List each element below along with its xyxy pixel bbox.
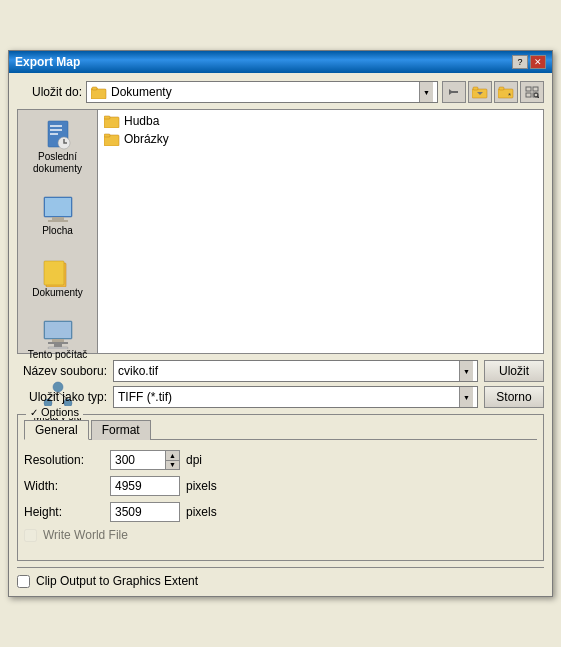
options-legend: ✓ Options: [26, 406, 83, 418]
width-row: Width: pixels: [24, 476, 537, 496]
save-to-value: Dokumenty: [111, 85, 415, 99]
clip-output-row: Clip Output to Graphics Extent: [17, 567, 544, 588]
write-world-file-label: Write World File: [43, 528, 128, 542]
svg-rect-30: [54, 344, 62, 347]
views-button[interactable]: [520, 81, 544, 103]
recent-icon: [42, 119, 74, 151]
dialog-body: Uložit do: Dokumenty ▼: [9, 73, 552, 596]
svg-rect-12: [526, 93, 531, 97]
resolution-arrows: ▲ ▼: [165, 451, 179, 469]
svg-rect-29: [48, 342, 68, 344]
resolution-down-arrow[interactable]: ▼: [166, 461, 179, 470]
views-icon: [525, 86, 539, 98]
filetype-value: TIFF (*.tif): [118, 390, 459, 404]
clip-output-checkbox[interactable]: [17, 575, 30, 588]
svg-rect-17: [50, 129, 62, 131]
filetype-combo[interactable]: TIFF (*.tif) ▼: [113, 386, 478, 408]
write-world-file-row: Write World File: [24, 528, 537, 542]
back-icon: [447, 86, 461, 98]
folder-icon-hudba: [104, 114, 120, 128]
file-list[interactable]: Hudba Obrázky: [97, 109, 544, 354]
svg-rect-2: [91, 89, 106, 99]
height-input[interactable]: [110, 502, 180, 522]
list-item[interactable]: Obrázky: [100, 130, 541, 148]
resolution-label: Resolution:: [24, 453, 104, 467]
computer-icon: [42, 317, 74, 349]
save-to-combo[interactable]: Dokumenty ▼: [86, 81, 438, 103]
new-folder-icon: *: [498, 85, 514, 99]
clip-output-label: Clip Output to Graphics Extent: [36, 574, 198, 588]
resolution-spinner[interactable]: 300 ▲ ▼: [110, 450, 180, 470]
svg-rect-8: [499, 87, 504, 90]
browser-container: Poslední dokumenty Plocha: [17, 109, 544, 354]
filename-dropdown-arrow[interactable]: ▼: [459, 361, 473, 381]
save-button[interactable]: Uložit: [484, 360, 544, 382]
filename-label: Název souboru:: [17, 364, 107, 378]
options-legend-text: Options: [41, 406, 79, 418]
sidebar-computer-label: Tento počítač: [28, 349, 87, 361]
folder-icon-obrazky: [104, 132, 120, 146]
sidebar-item-recent[interactable]: Poslední dokumenty: [22, 114, 94, 180]
up-folder-icon: [472, 85, 488, 99]
save-to-label: Uložit do:: [17, 85, 82, 99]
sidebar-item-documents[interactable]: Dokumenty: [22, 250, 94, 304]
sidebar-desktop-label: Plocha: [42, 225, 73, 237]
titlebar: Export Map ? ✕: [9, 51, 552, 73]
back-button[interactable]: [442, 81, 466, 103]
sidebar-panel: Poslední dokumenty Plocha: [17, 109, 97, 354]
save-to-dropdown-arrow[interactable]: ▼: [419, 82, 433, 102]
filename-value: cviko.tif: [118, 364, 459, 378]
resolution-up-arrow[interactable]: ▲: [166, 451, 179, 461]
svg-text:*: *: [508, 91, 511, 99]
cancel-button[interactable]: Storno: [484, 386, 544, 408]
help-button[interactable]: ?: [512, 55, 528, 69]
list-item[interactable]: Hudba: [100, 112, 541, 130]
resolution-value: 300: [111, 453, 165, 467]
svg-rect-10: [526, 87, 531, 91]
filetype-row: Uložit jako typ: TIFF (*.tif) ▼ Storno: [17, 386, 544, 408]
documents-icon: [42, 255, 74, 287]
svg-rect-18: [50, 133, 58, 135]
tab-format[interactable]: Format: [91, 420, 151, 440]
svg-rect-27: [45, 322, 71, 338]
desktop-icon: [42, 193, 74, 225]
up-folder-button[interactable]: [468, 81, 492, 103]
sidebar-item-computer[interactable]: Tento počítač: [22, 312, 94, 366]
resolution-row: Resolution: 300 ▲ ▼ dpi: [24, 450, 537, 470]
options-legend-icon: ✓: [30, 407, 38, 418]
sidebar-recent-label: Poslední dokumenty: [25, 151, 91, 175]
svg-point-14: [534, 93, 538, 97]
resolution-unit: dpi: [186, 453, 202, 467]
svg-rect-23: [48, 220, 68, 222]
height-unit: pixels: [186, 505, 217, 519]
close-button[interactable]: ✕: [530, 55, 546, 69]
sidebar-documents-label: Dokumenty: [32, 287, 83, 299]
svg-rect-11: [533, 87, 538, 91]
svg-rect-6: [473, 87, 478, 90]
svg-rect-3: [92, 87, 97, 90]
width-input[interactable]: [110, 476, 180, 496]
svg-rect-25: [44, 261, 64, 285]
save-to-row: Uložit do: Dokumenty ▼: [17, 81, 544, 103]
svg-rect-38: [104, 116, 110, 119]
height-row: Height: pixels: [24, 502, 537, 522]
filetype-label: Uložit jako typ:: [17, 390, 107, 404]
create-folder-button[interactable]: *: [494, 81, 518, 103]
svg-rect-22: [52, 217, 64, 220]
titlebar-buttons: ? ✕: [512, 55, 546, 69]
tabs-row: General Format: [24, 419, 537, 440]
sidebar-item-desktop[interactable]: Plocha: [22, 188, 94, 242]
filename-input[interactable]: cviko.tif ▼: [113, 360, 478, 382]
width-unit: pixels: [186, 479, 217, 493]
tab-general[interactable]: General: [24, 420, 89, 440]
svg-rect-16: [50, 125, 62, 127]
toolbar-buttons: *: [442, 81, 544, 103]
options-group: ✓ Options General Format Resolution: 300…: [17, 414, 544, 561]
folder-icon: [91, 85, 107, 99]
filetype-dropdown-arrow[interactable]: ▼: [459, 387, 473, 407]
svg-rect-40: [104, 134, 110, 137]
height-label: Height:: [24, 505, 104, 519]
write-world-file-checkbox[interactable]: [24, 529, 37, 542]
export-map-dialog: Export Map ? ✕ Uložit do: Dokumenty ▼: [8, 50, 553, 597]
svg-rect-21: [45, 198, 71, 216]
